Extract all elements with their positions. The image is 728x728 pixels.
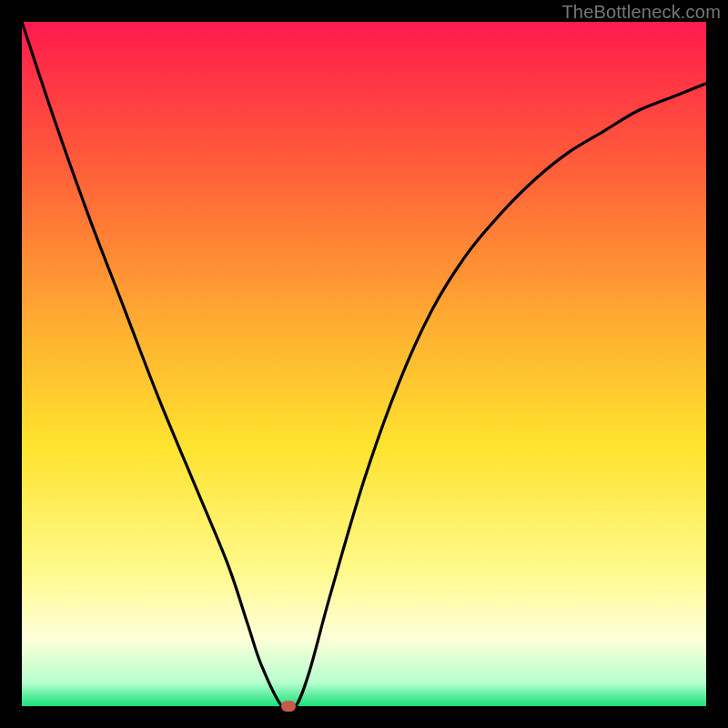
optimum-marker [281,701,296,712]
chart-plot-area [22,22,706,706]
watermark-text: TheBottleneck.com [561,2,721,23]
chart-background [22,22,706,706]
chart-svg [22,22,706,706]
